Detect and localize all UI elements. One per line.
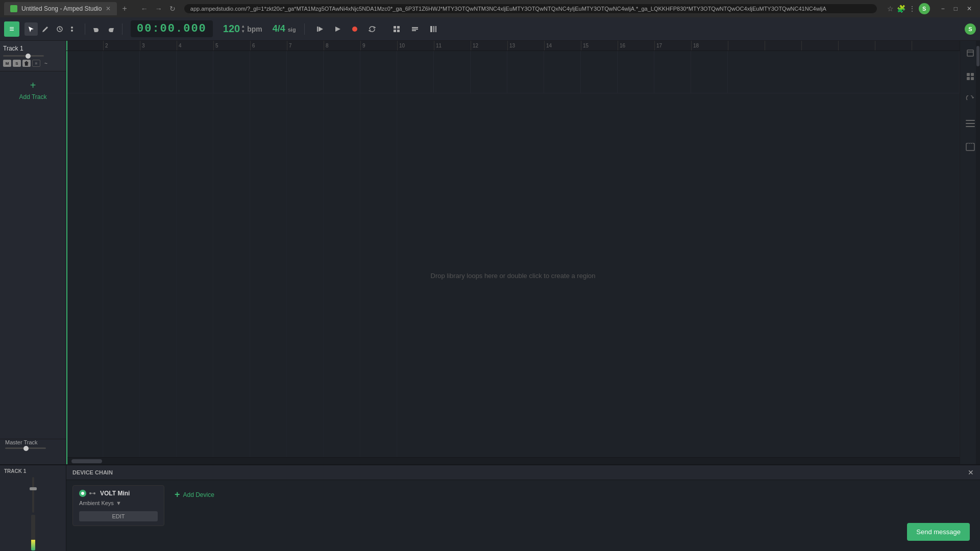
empty-area[interactable]: Drop library loops here or double click … [66, 93, 960, 457]
grid-4 [177, 51, 213, 93]
horizontal-scrollbar[interactable] [66, 457, 960, 464]
fader-section [4, 477, 62, 550]
browser-tab[interactable]: Untitled Song - Amped Studio ✕ [4, 2, 117, 15]
svg-rect-26 [972, 143, 973, 147]
scroll-thumb[interactable] [71, 459, 102, 463]
device-chain-close-button[interactable]: ✕ [968, 468, 974, 477]
time-display: 00:00.000 [131, 20, 213, 37]
transport-loop-button[interactable] [365, 22, 379, 36]
track-1-wave-button[interactable]: ~ [42, 60, 50, 67]
toolbar: ≡ 00:00.000 120 ▲ [0, 17, 980, 41]
device-preset-name: Ambient Keys [79, 500, 114, 506]
maximize-button[interactable]: □ [950, 4, 962, 13]
forward-button[interactable]: → [153, 4, 165, 14]
clock-tool-button[interactable] [53, 22, 66, 36]
new-tab-button[interactable]: + [119, 4, 130, 13]
ruler-mark-4: 4 [177, 41, 213, 51]
track-1-volume-slider[interactable] [3, 55, 44, 57]
master-track: Master Track [0, 439, 66, 464]
timeline-scroll-area[interactable]: Drop library loops here or double click … [66, 51, 960, 464]
ruler-mark-24 [912, 41, 948, 51]
vertical-scroll-thumb[interactable] [976, 46, 979, 66]
track-1-volume-knob[interactable] [26, 54, 31, 59]
select-tool-button[interactable] [24, 22, 38, 36]
bgrid-7 [287, 93, 324, 457]
ruler-mark-1 [66, 41, 103, 51]
sidebar-icon-piano[interactable] [963, 140, 977, 154]
add-track-button[interactable]: + Add Track [0, 71, 66, 109]
bpm-value[interactable]: 120 [223, 23, 240, 35]
divider3 [304, 23, 305, 35]
bpm-down-button[interactable]: ▼ [241, 29, 245, 34]
device-preset-arrow-button[interactable]: ▼ [116, 500, 121, 506]
svg-rect-24 [968, 143, 969, 147]
tracks-panel: Track 1 M S 🗑 ≡ ~ + Add Track [0, 41, 66, 464]
grid-15 [581, 51, 618, 93]
device-power-button[interactable] [79, 490, 86, 497]
track-1-delete-button[interactable]: 🗑 [22, 60, 31, 67]
track-1-solo-button[interactable]: S [13, 60, 21, 67]
svg-marker-4 [318, 27, 323, 32]
track-1-mute-button[interactable]: M [3, 60, 11, 67]
address-bar[interactable]: app.ampedstudio.com/?_gl=1*zkt20c*_ga*MT… [184, 4, 877, 13]
svg-rect-14 [967, 50, 973, 56]
channel-fader-track[interactable] [32, 477, 34, 513]
svg-rect-18 [967, 77, 970, 80]
add-device-button[interactable]: + Add Device [170, 485, 218, 504]
device-chain-header: DEVICE CHAIN ✕ [66, 465, 980, 480]
tab-close-button[interactable]: ✕ [106, 5, 111, 12]
channel-fader-thumb[interactable] [30, 487, 37, 490]
window-controls: − □ ✕ [937, 4, 976, 13]
timeline-ruler[interactable]: 2 3 4 5 6 7 8 9 10 11 12 13 14 15 16 17 [66, 41, 960, 51]
bookmark-icon[interactable]: ☆ [887, 5, 894, 13]
svg-rect-20 [966, 120, 975, 121]
svg-rect-8 [397, 26, 400, 29]
transport-record-button[interactable] [348, 22, 362, 36]
transport-play-button[interactable] [330, 22, 345, 36]
sidebar-icon-layers[interactable] [963, 46, 977, 60]
redo-button[interactable] [105, 22, 118, 36]
user-profile-button[interactable]: S [965, 23, 976, 35]
extensions-icon[interactable]: 🧩 [897, 5, 905, 13]
undo-button[interactable] [89, 22, 103, 36]
tool-buttons [24, 22, 81, 36]
master-volume-knob[interactable] [23, 446, 29, 451]
transport-extra1-button[interactable] [389, 22, 404, 36]
svg-rect-17 [971, 73, 974, 76]
level-meter-fill [31, 540, 35, 550]
transport-extra3-button[interactable] [426, 22, 440, 36]
vertical-scrollbar[interactable] [976, 41, 980, 464]
close-button[interactable]: ✕ [963, 4, 976, 13]
sidebar-icon-grid[interactable] [963, 69, 977, 84]
settings-icon[interactable]: ⋮ [909, 5, 916, 13]
ruler-mark-14: 14 [544, 41, 581, 51]
menu-button[interactable]: ≡ [4, 21, 19, 37]
back-button[interactable]: ← [138, 4, 151, 14]
sidebar-icon-refresh[interactable] [963, 93, 977, 107]
device-midi-icon [89, 491, 97, 496]
track-item-1[interactable]: Track 1 M S 🗑 ≡ ~ [0, 41, 66, 71]
svg-marker-5 [335, 27, 340, 32]
sidebar-icon-menu[interactable] [963, 116, 977, 131]
transport-extra2-button[interactable] [408, 22, 422, 36]
refresh-button[interactable]: ↻ [167, 4, 178, 14]
svg-rect-21 [966, 123, 975, 124]
timeline-panel: 2 3 4 5 6 7 8 9 10 11 12 13 14 15 16 17 [66, 41, 960, 464]
bgrid-5 [213, 93, 250, 457]
master-volume-slider[interactable] [5, 447, 46, 449]
time-signature: 4/4 sig [273, 23, 296, 34]
device-edit-button[interactable]: EDIT [79, 511, 158, 521]
transport-start-button[interactable] [313, 22, 327, 36]
send-message-button[interactable]: Send message [907, 523, 970, 541]
profile-button[interactable]: S [919, 3, 930, 14]
bgrid-6 [250, 93, 287, 457]
browser-nav-controls: ← → ↻ [138, 4, 178, 14]
scissors-tool-button[interactable] [67, 22, 81, 36]
svg-rect-16 [967, 73, 970, 76]
track-lane-1[interactable] [66, 51, 960, 93]
ruler-mark-15: 15 [581, 41, 618, 51]
track-1-eq-button[interactable]: ≡ [32, 60, 40, 67]
minimize-button[interactable]: − [937, 4, 949, 13]
bpm-up-button[interactable]: ▲ [241, 24, 245, 29]
pencil-tool-button[interactable] [39, 22, 52, 36]
